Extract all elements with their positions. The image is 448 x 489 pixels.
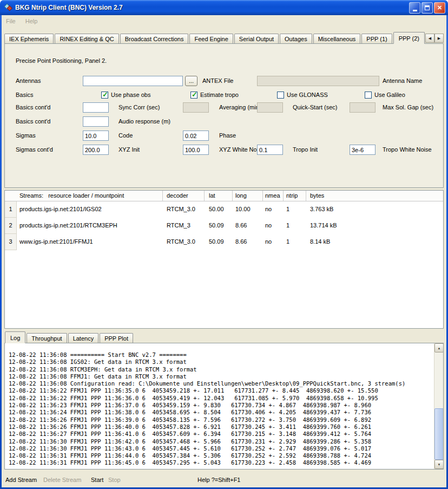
cell-decoder: RTCM_3 [163,218,205,234]
cell-mountpoint: products.igs-ip.net:2101/IGS02 [17,201,163,218]
window-title: BKG Ntrip Client (BNC) Version 2.7 [15,4,123,11]
sigmas-contd-label: Sigmas cont'd [16,145,53,155]
unchecked-checkbox-icon [365,92,372,99]
antex-browse-button[interactable]: ... [185,76,197,86]
tab-serial-output[interactable]: Serial Output [234,34,279,43]
audio-response-label: Audio response (m) [118,116,170,127]
stop-button: Stop [108,477,121,484]
cell-lat: 50.09 [205,234,233,250]
bottom-tab-bar: Log Throughput Latency PPP Plot [2,332,446,343]
antex-file-input [257,76,379,86]
antennas-label: Antennas [16,76,41,86]
xyz-white-noise-input[interactable] [183,145,209,155]
bnc-window: BKG Ntrip Client (BNC) Version 2.7 ✕ Fil… [0,0,448,489]
scroll-down-button[interactable]: ▼ [434,460,444,469]
checked-checkbox-icon [101,92,108,99]
log-panel: 12-08-22 11:36:08 ========== Start BNC v… [4,343,444,470]
estimate-tropo-checkbox[interactable]: Estimate tropo [190,91,239,99]
close-button[interactable]: ✕ [434,2,445,14]
unchecked-checkbox-icon [277,92,284,99]
tab-latency[interactable]: Latency [68,333,99,343]
menu-file[interactable]: File [6,18,16,24]
tropo-init-label: Tropo Init [293,145,318,155]
header-bytes: bytes [306,191,443,201]
antennas-input[interactable] [83,76,183,86]
use-phase-obs-checkbox[interactable]: Use phase obs [101,91,150,99]
cell-nmea: no [263,234,284,250]
tab-outages[interactable]: Outages [280,34,312,43]
table-row[interactable]: 3 www.igs-ip.net:2101/FFMJ1 RTCM_3.0 50.… [5,234,443,250]
cell-lat: 50.09 [205,218,233,234]
table-row[interactable]: 1 products.igs-ip.net:2101/IGS02 RTCM_3.… [5,201,443,218]
tab-throughput[interactable]: Throughput [27,333,67,343]
cell-ntrip: 1 [284,201,306,218]
cell-ntrip: 1 [284,218,306,234]
max-sol-gap-input [350,102,375,113]
title-bar[interactable]: BKG Ntrip Client (BNC) Version 2.7 ✕ [0,0,448,15]
tab-scroll-left-button[interactable]: ◀ [425,34,434,43]
up-arrow-icon: ▲ [438,347,441,350]
panel-heading: Precise Point Positioning, Panel 2. [16,56,107,66]
log-line: 12-08-22 11:36:26 FFMJ1 PPP 11:36:39.0 6… [9,416,433,423]
tab-log[interactable]: Log [5,331,25,343]
row-number: 1 [5,201,17,218]
start-button[interactable]: Start [91,477,103,484]
log-line: 12-08-22 11:36:22 FFMJ1 PPP 11:36:35.0 6… [9,387,433,394]
sync-corr-input[interactable] [83,102,109,113]
log-line: 12-08-22 11:36:08 ========== Start BNC v… [9,351,433,358]
menu-help[interactable]: Help [25,18,38,24]
sigmas-label: Sigmas [16,131,36,141]
xyz-init-input[interactable] [83,145,109,155]
add-stream-button[interactable]: Add Stream [5,477,37,484]
log-line: 12-08-22 11:36:08 IGS02: Get data in RTC… [9,358,433,366]
close-icon: ✕ [437,4,442,11]
tropo-init-input[interactable] [257,145,283,155]
use-glonass-label: Use GLONASS [287,92,328,98]
use-galileo-checkbox[interactable]: Use Galileo [365,91,405,99]
tab-rinex-editing-qc[interactable]: RINEX Editing & QC [55,34,118,43]
sigma-phase-input[interactable] [183,131,209,141]
scroll-up-button[interactable]: ▲ [434,343,444,353]
tab-ppp-1[interactable]: PPP (1) [361,34,392,43]
delete-stream-button: Delete Stream [43,477,81,484]
table-row[interactable]: 2 products.igs-ip.net:2101/RTCM3EPH RTCM… [5,218,443,234]
maximize-button[interactable] [421,2,433,14]
minimize-button[interactable] [409,2,420,14]
cell-ntrip: 1 [284,234,306,250]
header-decoder: decoder [163,191,205,201]
tab-miscellaneous[interactable]: Miscellaneous [313,34,361,43]
tab-broadcast-corrections[interactable]: Broadcast Corrections [120,34,189,43]
log-output: 12-08-22 11:36:08 ========== Start BNC v… [5,343,433,469]
tab-feed-engine[interactable]: Feed Engine [189,34,233,43]
help-shortcut-label: Help ?=Shift+F1 [197,477,241,484]
xyz-init-label: XYZ Init [118,145,140,155]
cell-lat: 50.00 [205,201,233,218]
log-line: 12-08-22 11:36:31 FFMJ1 PPP 11:36:44.0 6… [9,452,433,459]
use-glonass-checkbox[interactable]: Use GLONASS [277,91,328,99]
sigma-code-input[interactable] [83,131,109,141]
right-arrow-icon: ▶ [438,36,440,41]
use-galileo-label: Use Galileo [374,92,405,98]
tab-ppp-2[interactable]: PPP (2) [393,32,425,44]
estimate-tropo-label: Estimate tropo [200,92,239,98]
tab-ppp-plot[interactable]: PPP Plot [100,333,133,343]
averaging-label: Averaging (min) [219,102,261,113]
log-line: 12-08-22 11:36:30 FFMJ1 PPP 11:36:42.0 6… [9,438,433,445]
quick-start-label: Quick-Start (sec) [293,102,338,113]
header-nmea: nmea [263,191,284,201]
tropo-white-noise-label: Tropo White Noise [383,145,432,155]
streams-table: Streams: resource loader / mountpoint de… [4,190,444,329]
status-bar: Add Stream Delete Stream Start Stop Help… [2,470,446,487]
cell-long: 10.00 [233,201,263,218]
tab-scroll-right-button[interactable]: ▶ [434,34,444,43]
tropo-white-noise-input[interactable] [350,145,375,155]
row-number: 2 [5,218,17,234]
tab-iex-ephemeris[interactable]: IEX Ephemeris [4,34,54,43]
basics-contd-label: Basics cont'd [16,102,50,113]
log-scrollbar[interactable]: ▲ ▼ [434,343,443,469]
scrollbar-thumb[interactable] [434,408,444,460]
header-ntrip: ntrip [284,191,306,201]
audio-response-input[interactable] [83,116,109,127]
max-sol-gap-label: Max Sol. Gap (sec) [383,102,433,113]
antenna-name-label: Antenna Name [383,76,422,86]
